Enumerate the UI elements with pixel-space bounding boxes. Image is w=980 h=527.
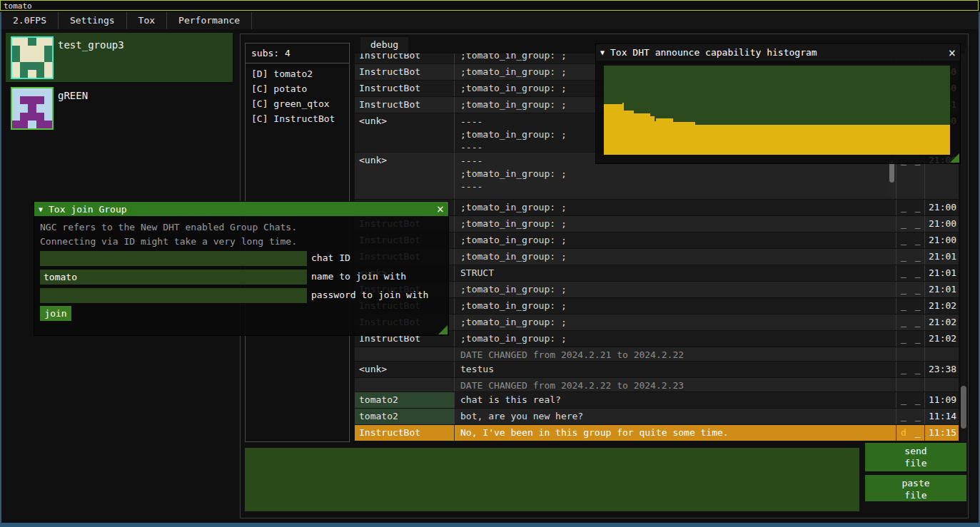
message-cell: ;tomato_in_group: ; — [455, 331, 896, 347]
status-cell: _ _ — [896, 331, 924, 347]
send-file-button[interactable]: sendfile — [865, 443, 966, 471]
menubar: 2.0FPS Settings Tox Performance — [1, 12, 979, 29]
message-cell: DATE CHANGED from 2024.2.22 to 2024.2.23 — [455, 378, 896, 392]
sender-cell: InstructBot — [355, 81, 455, 96]
timestamp-cell: 21:00 — [924, 216, 959, 232]
dht-histogram-window: ▼ Tox DHT announce capability histogram … — [596, 44, 960, 163]
message-cell: ;tomato_in_group: ; — [455, 282, 896, 297]
message-cell: ;tomato_in_group: ; — [455, 232, 896, 248]
message-cell: DATE CHANGED from 2024.2.21 to 2024.2.22 — [455, 347, 896, 361]
chat-row[interactable]: tomato2bot, are you new here?_ _ 11:14 — [355, 409, 959, 425]
tab-debug[interactable]: debug — [360, 37, 408, 53]
sender-cell: InstructBot — [355, 97, 455, 113]
chat-scrollbar[interactable] — [961, 48, 966, 441]
dht-histogram-titlebar[interactable]: ▼ Tox DHT announce capability histogram … — [596, 44, 960, 61]
join-button[interactable]: join — [40, 306, 71, 321]
timestamp-cell — [924, 378, 959, 392]
status-cell: _ _ — [896, 362, 924, 377]
sub-member-green_qtox[interactable]: [C] green_qtox — [246, 96, 349, 111]
message-cell: ;tomato_in_group: ; — [455, 200, 896, 215]
os-frame-border — [0, 12, 1, 527]
status-cell: _ _ — [896, 314, 924, 330]
status-cell: _ _ — [896, 200, 924, 215]
status-cell: _ _ — [896, 232, 924, 248]
status-cell: _ _ — [896, 265, 924, 281]
menu-item-performance[interactable]: Performance — [167, 12, 252, 29]
status-cell: _ _ — [896, 409, 924, 424]
message-cell: ;tomato_in_group: ; — [455, 249, 896, 265]
sender-cell: <unk> — [355, 362, 455, 377]
group-item-test_group3[interactable]: test_group3 — [6, 33, 233, 82]
status-cell: _ _ — [896, 216, 924, 232]
message-cell: No, I've been in this group for quite so… — [455, 425, 896, 441]
chat-row[interactable]: <unk>testus_ _ 23:38 — [355, 362, 959, 378]
join-group-titlebar[interactable]: ▼ Tox join Group × — [34, 202, 448, 216]
menu-item-settings[interactable]: Settings — [59, 12, 127, 29]
close-icon[interactable]: × — [949, 48, 956, 58]
join-group-window: ▼ Tox join Group × NGC refers to the New… — [34, 202, 448, 335]
sub-member-potato[interactable]: [C] potato — [246, 81, 349, 96]
status-cell: _ _ — [896, 298, 924, 314]
timestamp-cell: 21:01 — [924, 249, 959, 265]
timestamp-cell: 21:00 — [924, 232, 959, 248]
join-name-input[interactable] — [40, 270, 307, 285]
sub-member-tomato2[interactable]: [D] tomato2 — [246, 66, 349, 81]
status-cell: _ _ — [896, 392, 924, 408]
sender-cell: <unk> — [355, 113, 455, 152]
chat-id-input[interactable] — [40, 251, 307, 266]
message-input[interactable] — [245, 448, 859, 511]
chat-scrollbar-handle[interactable] — [961, 386, 966, 429]
sender-cell: InstructBot — [355, 64, 455, 80]
timestamp-cell: 21:01 — [924, 265, 959, 281]
chat-row[interactable]: InstructBotNo, I've been in this group f… — [355, 425, 959, 441]
group-name: test_group3 — [58, 39, 124, 51]
resize-grip[interactable] — [438, 325, 448, 334]
message-cell: ;tomato_in_group: ; — [455, 298, 896, 314]
join-password-input[interactable] — [40, 288, 307, 303]
status-cell: _ _ — [896, 282, 924, 297]
chat-row[interactable]: DATE CHANGED from 2024.2.21 to 2024.2.22 — [355, 347, 959, 362]
message-cell: STRUCT — [455, 265, 896, 281]
group-name: gREEN — [58, 90, 88, 101]
sender-cell: tomato2 — [355, 409, 455, 424]
message-cell: ;tomato_in_group: ; — [455, 314, 896, 330]
timestamp-cell: 21:00 — [924, 200, 959, 215]
timestamp-cell: 23:38 — [924, 362, 959, 377]
sub-member-InstructBot[interactable]: [C] InstructBot — [246, 111, 349, 126]
message-cell: bot, are you new here? — [455, 409, 896, 424]
message-cell: testus — [455, 362, 896, 377]
chat-row[interactable]: DATE CHANGED from 2024.2.22 to 2024.2.23 — [355, 378, 959, 392]
menu-item-tox[interactable]: Tox — [127, 12, 167, 29]
message-cell: ;tomato_in_group: ; — [455, 216, 896, 232]
collapse-arrow-icon[interactable]: ▼ — [600, 48, 605, 56]
chat-row[interactable]: tomato2chat is this real?_ _ 11:09 — [355, 392, 959, 409]
window-title: Tox DHT announce capability histogram — [610, 47, 949, 58]
sender-cell: <unk> — [355, 153, 455, 199]
histogram-bar — [624, 111, 635, 155]
os-frame-border — [0, 523, 980, 527]
group-item-green[interactable]: gREEN — [6, 83, 233, 133]
app-window: tomato 2.0FPS Settings Tox Performance t… — [0, 0, 980, 527]
join-password-label: password to join with — [311, 290, 428, 300]
os-titlebar[interactable]: tomato — [0, 0, 979, 11]
timestamp-cell: 21:01 — [924, 282, 959, 297]
histogram-bar — [695, 125, 949, 155]
timestamp-cell: 21:02 — [924, 314, 959, 330]
histogram-bar — [673, 122, 695, 155]
status-cell — [896, 378, 924, 392]
dht-histogram-plot — [604, 66, 950, 155]
collapse-arrow-icon[interactable]: ▼ — [39, 205, 43, 213]
subs-list: [D] tomato2[C] potato[C] green_qtox[C] I… — [246, 66, 349, 126]
join-name-label: name to join with — [311, 271, 406, 282]
message-cell: chat is this real? — [455, 392, 896, 408]
message-cell-scrollbar-handle[interactable] — [889, 161, 894, 183]
menu-item-fps[interactable]: 2.0FPS — [1, 12, 59, 29]
resize-grip[interactable] — [950, 153, 959, 163]
close-icon[interactable]: × — [437, 204, 444, 214]
chat-id-label: chat ID — [311, 252, 350, 263]
status-cell — [896, 347, 924, 361]
sender-cell — [355, 347, 455, 361]
timestamp-cell: 21:02 — [924, 331, 959, 347]
subs-count: subs: 4 — [246, 44, 349, 61]
paste-file-button[interactable]: pastefile — [865, 475, 966, 501]
